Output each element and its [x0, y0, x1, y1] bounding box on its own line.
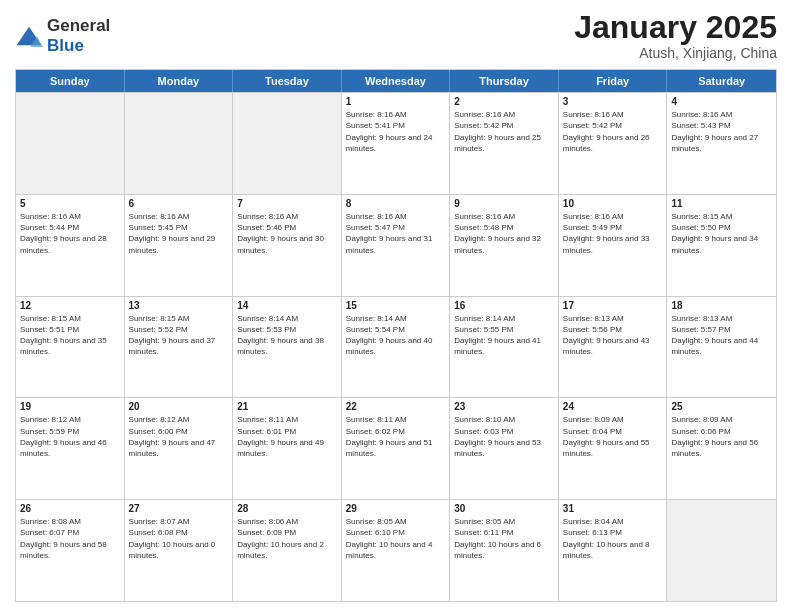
day-number: 8 — [346, 198, 446, 209]
calendar-row-4: 19Sunrise: 8:12 AM Sunset: 5:59 PM Dayli… — [16, 397, 776, 499]
day-number: 7 — [237, 198, 337, 209]
day-number: 13 — [129, 300, 229, 311]
cal-cell: 5Sunrise: 8:16 AM Sunset: 5:44 PM Daylig… — [16, 195, 125, 296]
calendar-row-2: 5Sunrise: 8:16 AM Sunset: 5:44 PM Daylig… — [16, 194, 776, 296]
day-number: 16 — [454, 300, 554, 311]
cell-info: Sunrise: 8:09 AM Sunset: 6:06 PM Dayligh… — [671, 414, 772, 459]
cal-cell: 25Sunrise: 8:09 AM Sunset: 6:06 PM Dayli… — [667, 398, 776, 499]
cal-cell: 26Sunrise: 8:08 AM Sunset: 6:07 PM Dayli… — [16, 500, 125, 601]
cal-cell: 6Sunrise: 8:16 AM Sunset: 5:45 PM Daylig… — [125, 195, 234, 296]
cell-info: Sunrise: 8:16 AM Sunset: 5:49 PM Dayligh… — [563, 211, 663, 256]
day-number: 28 — [237, 503, 337, 514]
cal-cell: 8Sunrise: 8:16 AM Sunset: 5:47 PM Daylig… — [342, 195, 451, 296]
cell-info: Sunrise: 8:06 AM Sunset: 6:09 PM Dayligh… — [237, 516, 337, 561]
cell-info: Sunrise: 8:12 AM Sunset: 6:00 PM Dayligh… — [129, 414, 229, 459]
day-number: 12 — [20, 300, 120, 311]
day-number: 29 — [346, 503, 446, 514]
cell-info: Sunrise: 8:05 AM Sunset: 6:11 PM Dayligh… — [454, 516, 554, 561]
weekday-header-sunday: Sunday — [16, 70, 125, 92]
cell-info: Sunrise: 8:16 AM Sunset: 5:44 PM Dayligh… — [20, 211, 120, 256]
cal-cell: 10Sunrise: 8:16 AM Sunset: 5:49 PM Dayli… — [559, 195, 668, 296]
day-number: 5 — [20, 198, 120, 209]
cal-cell — [16, 93, 125, 194]
cal-cell: 9Sunrise: 8:16 AM Sunset: 5:48 PM Daylig… — [450, 195, 559, 296]
page: General Blue January 2025 Atush, Xinjian… — [0, 0, 792, 612]
cal-cell — [667, 500, 776, 601]
cal-cell: 3Sunrise: 8:16 AM Sunset: 5:42 PM Daylig… — [559, 93, 668, 194]
cell-info: Sunrise: 8:07 AM Sunset: 6:08 PM Dayligh… — [129, 516, 229, 561]
day-number: 6 — [129, 198, 229, 209]
cell-info: Sunrise: 8:16 AM Sunset: 5:47 PM Dayligh… — [346, 211, 446, 256]
cal-cell: 28Sunrise: 8:06 AM Sunset: 6:09 PM Dayli… — [233, 500, 342, 601]
logo-icon — [15, 25, 43, 47]
day-number: 11 — [671, 198, 772, 209]
cal-cell: 22Sunrise: 8:11 AM Sunset: 6:02 PM Dayli… — [342, 398, 451, 499]
cell-info: Sunrise: 8:04 AM Sunset: 6:13 PM Dayligh… — [563, 516, 663, 561]
cell-info: Sunrise: 8:08 AM Sunset: 6:07 PM Dayligh… — [20, 516, 120, 561]
cell-info: Sunrise: 8:14 AM Sunset: 5:55 PM Dayligh… — [454, 313, 554, 358]
cell-info: Sunrise: 8:05 AM Sunset: 6:10 PM Dayligh… — [346, 516, 446, 561]
cell-info: Sunrise: 8:16 AM Sunset: 5:42 PM Dayligh… — [454, 109, 554, 154]
cal-cell: 19Sunrise: 8:12 AM Sunset: 5:59 PM Dayli… — [16, 398, 125, 499]
day-number: 22 — [346, 401, 446, 412]
location-title: Atush, Xinjiang, China — [574, 45, 777, 61]
cal-cell: 11Sunrise: 8:15 AM Sunset: 5:50 PM Dayli… — [667, 195, 776, 296]
cell-info: Sunrise: 8:14 AM Sunset: 5:53 PM Dayligh… — [237, 313, 337, 358]
cal-cell: 15Sunrise: 8:14 AM Sunset: 5:54 PM Dayli… — [342, 297, 451, 398]
day-number: 20 — [129, 401, 229, 412]
day-number: 19 — [20, 401, 120, 412]
cell-info: Sunrise: 8:13 AM Sunset: 5:57 PM Dayligh… — [671, 313, 772, 358]
cell-info: Sunrise: 8:11 AM Sunset: 6:02 PM Dayligh… — [346, 414, 446, 459]
calendar: SundayMondayTuesdayWednesdayThursdayFrid… — [15, 69, 777, 602]
day-number: 2 — [454, 96, 554, 107]
day-number: 25 — [671, 401, 772, 412]
cal-cell: 17Sunrise: 8:13 AM Sunset: 5:56 PM Dayli… — [559, 297, 668, 398]
weekday-header-saturday: Saturday — [667, 70, 776, 92]
weekday-header-friday: Friday — [559, 70, 668, 92]
weekday-header-tuesday: Tuesday — [233, 70, 342, 92]
cal-cell: 24Sunrise: 8:09 AM Sunset: 6:04 PM Dayli… — [559, 398, 668, 499]
logo-blue: Blue — [47, 36, 84, 55]
calendar-row-3: 12Sunrise: 8:15 AM Sunset: 5:51 PM Dayli… — [16, 296, 776, 398]
header: General Blue January 2025 Atush, Xinjian… — [15, 10, 777, 61]
cell-info: Sunrise: 8:16 AM Sunset: 5:41 PM Dayligh… — [346, 109, 446, 154]
cell-info: Sunrise: 8:12 AM Sunset: 5:59 PM Dayligh… — [20, 414, 120, 459]
day-number: 14 — [237, 300, 337, 311]
cell-info: Sunrise: 8:15 AM Sunset: 5:51 PM Dayligh… — [20, 313, 120, 358]
cell-info: Sunrise: 8:16 AM Sunset: 5:42 PM Dayligh… — [563, 109, 663, 154]
cell-info: Sunrise: 8:15 AM Sunset: 5:50 PM Dayligh… — [671, 211, 772, 256]
cell-info: Sunrise: 8:16 AM Sunset: 5:43 PM Dayligh… — [671, 109, 772, 154]
cal-cell: 7Sunrise: 8:16 AM Sunset: 5:46 PM Daylig… — [233, 195, 342, 296]
cal-cell: 1Sunrise: 8:16 AM Sunset: 5:41 PM Daylig… — [342, 93, 451, 194]
cell-info: Sunrise: 8:16 AM Sunset: 5:48 PM Dayligh… — [454, 211, 554, 256]
cell-info: Sunrise: 8:13 AM Sunset: 5:56 PM Dayligh… — [563, 313, 663, 358]
logo-general: General — [47, 16, 110, 35]
day-number: 3 — [563, 96, 663, 107]
title-block: January 2025 Atush, Xinjiang, China — [574, 10, 777, 61]
cell-info: Sunrise: 8:16 AM Sunset: 5:45 PM Dayligh… — [129, 211, 229, 256]
cal-cell: 29Sunrise: 8:05 AM Sunset: 6:10 PM Dayli… — [342, 500, 451, 601]
cell-info: Sunrise: 8:15 AM Sunset: 5:52 PM Dayligh… — [129, 313, 229, 358]
calendar-body: 1Sunrise: 8:16 AM Sunset: 5:41 PM Daylig… — [16, 92, 776, 601]
day-number: 26 — [20, 503, 120, 514]
day-number: 18 — [671, 300, 772, 311]
day-number: 17 — [563, 300, 663, 311]
day-number: 15 — [346, 300, 446, 311]
calendar-header: SundayMondayTuesdayWednesdayThursdayFrid… — [16, 70, 776, 92]
cal-cell: 2Sunrise: 8:16 AM Sunset: 5:42 PM Daylig… — [450, 93, 559, 194]
weekday-header-wednesday: Wednesday — [342, 70, 451, 92]
month-title: January 2025 — [574, 10, 777, 45]
cell-info: Sunrise: 8:11 AM Sunset: 6:01 PM Dayligh… — [237, 414, 337, 459]
calendar-row-5: 26Sunrise: 8:08 AM Sunset: 6:07 PM Dayli… — [16, 499, 776, 601]
day-number: 21 — [237, 401, 337, 412]
cal-cell: 31Sunrise: 8:04 AM Sunset: 6:13 PM Dayli… — [559, 500, 668, 601]
logo: General Blue — [15, 16, 110, 56]
cal-cell: 27Sunrise: 8:07 AM Sunset: 6:08 PM Dayli… — [125, 500, 234, 601]
day-number: 1 — [346, 96, 446, 107]
cal-cell: 20Sunrise: 8:12 AM Sunset: 6:00 PM Dayli… — [125, 398, 234, 499]
day-number: 27 — [129, 503, 229, 514]
cal-cell: 13Sunrise: 8:15 AM Sunset: 5:52 PM Dayli… — [125, 297, 234, 398]
day-number: 24 — [563, 401, 663, 412]
cal-cell — [233, 93, 342, 194]
cell-info: Sunrise: 8:09 AM Sunset: 6:04 PM Dayligh… — [563, 414, 663, 459]
